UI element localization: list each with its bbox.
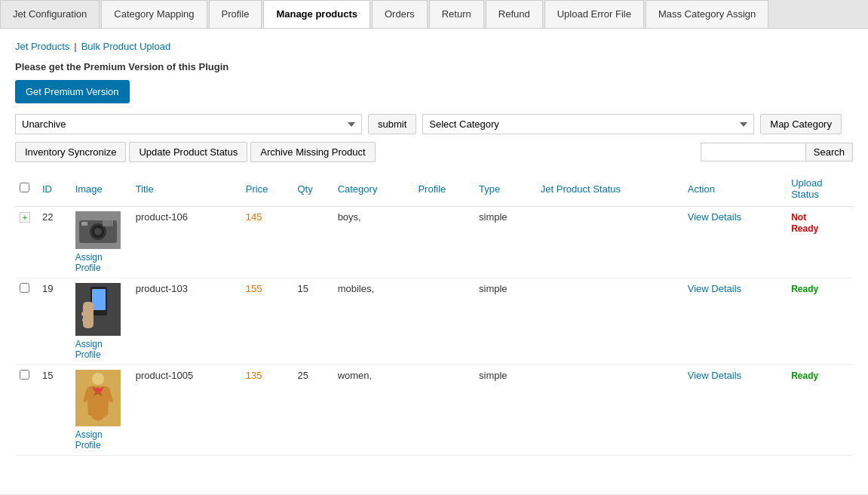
row-profile-cell (413, 207, 474, 278)
row-qty-cell: 25 (293, 365, 333, 456)
tab-jet-configuration[interactable]: Jet Configuration (0, 0, 100, 28)
row-qty-cell: 15 (293, 278, 333, 365)
col-category: Category (333, 171, 414, 207)
row-profile-cell (413, 278, 474, 365)
svg-point-3 (94, 228, 102, 235)
row-type-cell: simple (474, 365, 536, 456)
get-premium-button[interactable]: Get Premium Version (15, 80, 130, 103)
tab-manage-products[interactable]: Manage products (263, 0, 370, 28)
row-checkbox-3[interactable] (20, 370, 29, 380)
row-title-cell: product-103 (131, 278, 241, 365)
row-id-cell: 22 (38, 207, 71, 278)
col-type: Type (474, 171, 536, 207)
row-jet-status-cell (536, 278, 683, 365)
products-table: ID Image Title Price Qty Category Profil… (15, 171, 853, 456)
view-details-link-1[interactable]: View Details (688, 211, 741, 223)
breadcrumb-bulk-upload[interactable]: Bulk Product Upload (81, 41, 171, 52)
row-checkbox-cell: + (15, 207, 38, 278)
row-checkbox-2[interactable] (20, 283, 29, 293)
tab-profile[interactable]: Profile (209, 0, 262, 28)
row-checkbox-cell (15, 365, 38, 456)
row-price-cell: 155 (241, 278, 293, 365)
col-title: Title (131, 171, 241, 207)
row-upload-status-cell: Ready (787, 365, 853, 456)
col-profile: Profile (413, 171, 474, 207)
table-row: + 22 (15, 207, 853, 278)
col-qty: Qty (293, 171, 333, 207)
table-header-row: ID Image Title Price Qty Category Profil… (15, 171, 853, 207)
col-price: Price (241, 171, 293, 207)
select-all-checkbox[interactable] (20, 183, 29, 192)
tab-category-mapping[interactable]: Category Mapping (101, 0, 207, 28)
row-id: 15 (42, 370, 53, 381)
row-price-cell: 145 (241, 207, 293, 278)
col-upload-status: UploadStatus (787, 171, 853, 207)
breadcrumb-jet-products[interactable]: Jet Products (15, 41, 69, 52)
upload-status-badge-1: NotReady (791, 212, 818, 234)
table-row: 19 (15, 278, 853, 365)
row-action-cell: View Details (683, 365, 787, 456)
assign-profile-link-1[interactable]: AssignProfile (75, 252, 103, 273)
submit-button[interactable]: submit (368, 114, 416, 134)
expand-icon[interactable]: + (20, 212, 30, 223)
row-image-cell: AssignProfile (71, 278, 131, 365)
inventory-syncronize-button[interactable]: Inventory Syncronize (15, 142, 126, 162)
table-row: 15 (15, 365, 853, 456)
tabs-bar: Jet Configuration Category Mapping Profi… (0, 0, 868, 29)
col-jet-product-status: Jet Product Status (536, 171, 683, 207)
tab-upload-error-file[interactable]: Upload Error File (544, 0, 644, 28)
row-id: 19 (42, 283, 53, 294)
tab-orders[interactable]: Orders (372, 0, 428, 28)
row-type-cell: simple (474, 278, 536, 365)
row-category-cell: women, (333, 365, 414, 456)
row-title-cell: product-1005 (131, 365, 241, 456)
upload-status-badge-3: Ready (791, 370, 818, 381)
col-image: Image (71, 171, 131, 207)
row-category-cell: boys, (333, 207, 414, 278)
row-id-cell: 15 (38, 365, 71, 456)
row-id: 22 (42, 211, 53, 223)
row-category-cell: mobiles, (333, 278, 414, 365)
row-id-cell: 19 (38, 278, 71, 365)
assign-profile-link-2[interactable]: AssignProfile (75, 339, 103, 360)
view-details-link-3[interactable]: View Details (688, 370, 741, 381)
tab-mass-category-assign[interactable]: Mass Category Assign (646, 0, 768, 28)
upload-status-badge-2: Ready (791, 284, 818, 294)
row-action-cell: View Details (683, 278, 787, 365)
svg-rect-5 (81, 222, 87, 226)
category-select[interactable]: Select Category (422, 114, 754, 134)
row-type-cell: simple (474, 207, 536, 278)
svg-rect-4 (103, 220, 113, 226)
search-box: Search (701, 143, 853, 161)
unarchive-select[interactable]: Unarchive (15, 114, 362, 134)
row-title-cell: product-106 (131, 207, 241, 278)
tab-return[interactable]: Return (429, 0, 484, 28)
row-action-cell: View Details (683, 207, 787, 278)
product-image (75, 211, 121, 249)
row-checkbox-cell (15, 278, 38, 365)
assign-profile-link-3[interactable]: AssignProfile (75, 429, 103, 450)
row-profile-cell (413, 365, 474, 456)
row-qty-cell (293, 207, 333, 278)
tab-refund[interactable]: Refund (486, 0, 543, 28)
archive-missing-product-button[interactable]: Archive Missing Product (250, 142, 375, 162)
col-id: ID (38, 171, 71, 207)
update-product-status-button[interactable]: Update Product Status (129, 142, 247, 162)
row-price-cell: 135 (241, 365, 293, 456)
row-jet-status-cell (536, 365, 683, 456)
row-image-cell: AssignProfile (71, 207, 131, 278)
row-jet-status-cell (536, 207, 683, 278)
breadcrumb-sep: | (74, 41, 76, 52)
search-button[interactable]: Search (806, 143, 853, 161)
action-buttons-row: Inventory Syncronize Update Product Stat… (15, 142, 853, 162)
svg-rect-7 (92, 289, 106, 310)
search-input[interactable] (701, 143, 806, 161)
row-upload-status-cell: Ready (787, 278, 853, 365)
row-image-cell: AssignProfile (71, 365, 131, 456)
svg-point-13 (92, 373, 104, 385)
row-upload-status-cell: NotReady (787, 207, 853, 278)
product-image (75, 283, 121, 336)
map-category-button[interactable]: Map Category (760, 114, 842, 134)
view-details-link-2[interactable]: View Details (688, 283, 741, 294)
svg-rect-12 (83, 302, 94, 328)
